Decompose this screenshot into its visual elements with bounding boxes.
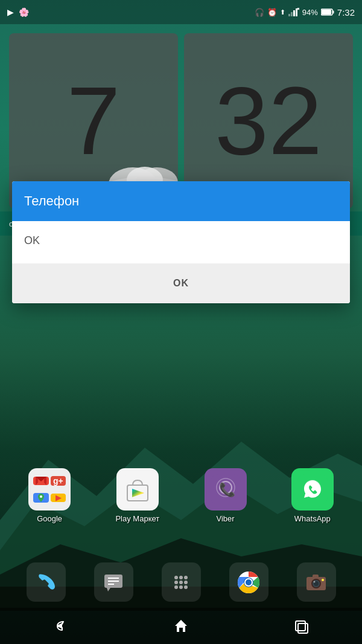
svg-rect-4	[288, 14, 290, 16]
app-icons-row: g+ ▶ Google	[0, 468, 362, 523]
alarm-icon: ⏰	[267, 8, 277, 17]
svg-rect-62	[298, 623, 308, 633]
play-market-icon	[116, 468, 159, 510]
svg-point-44	[179, 581, 183, 584]
svg-rect-61	[296, 621, 305, 631]
svg-rect-7	[296, 8, 297, 16]
dock-bar	[0, 556, 362, 608]
google-label: Google	[37, 514, 62, 523]
svg-point-52	[246, 579, 252, 585]
svg-point-40	[174, 576, 178, 579]
dock-camera[interactable]	[297, 562, 336, 602]
svg-point-47	[179, 585, 183, 589]
svg-rect-58	[313, 575, 319, 578]
app-viber[interactable]: 📞 Viber	[205, 468, 247, 523]
svg-point-46	[174, 585, 178, 589]
svg-point-59	[322, 579, 324, 581]
svg-rect-5	[291, 12, 293, 16]
whatsapp-icon	[291, 468, 334, 510]
dock-apps[interactable]	[162, 562, 201, 602]
svg-rect-6	[293, 10, 295, 16]
play-icon: ▶	[7, 7, 14, 17]
whatsapp-label: WhatsApp	[294, 514, 331, 523]
viber-label: Viber	[217, 514, 235, 523]
dialog-content-text: OK	[24, 234, 40, 246]
dialog-actions: OK	[12, 263, 350, 303]
signal-icon	[288, 8, 299, 16]
svg-rect-11	[332, 11, 334, 14]
google-icon: g+ ▶	[28, 468, 71, 510]
status-right: 🎧 ⏰ ⬆ 94% 7:32	[255, 7, 355, 18]
dock-phone[interactable]	[27, 562, 66, 602]
battery-icon	[321, 8, 334, 16]
clock-minute: 32	[215, 72, 322, 169]
svg-point-57	[314, 581, 316, 582]
headphone-icon: 🎧	[255, 8, 264, 17]
dialog-title: Телефон	[24, 193, 79, 208]
app-play-market[interactable]: Play Маркет	[115, 468, 159, 523]
nav-back-button[interactable]	[45, 611, 75, 641]
clock-hour: 7	[67, 72, 121, 169]
dialog-box: Телефон OK OK	[12, 181, 350, 303]
viber-icon: 📞	[205, 468, 247, 510]
svg-marker-39	[107, 588, 110, 591]
dock-messages[interactable]	[94, 562, 133, 602]
svg-marker-60	[175, 620, 187, 632]
status-left: ▶ 🌸	[7, 7, 29, 17]
svg-point-45	[184, 581, 188, 584]
dialog-ok-button[interactable]: OK	[161, 273, 201, 294]
nav-recents-button[interactable]	[287, 611, 317, 641]
svg-point-42	[184, 576, 188, 579]
svg-point-43	[174, 581, 178, 584]
nav-bar	[0, 608, 362, 644]
battery-percent: 94%	[302, 8, 318, 17]
svg-point-41	[179, 576, 183, 579]
play-market-label: Play Маркет	[115, 514, 159, 523]
svg-rect-12	[322, 10, 331, 14]
app-google[interactable]: g+ ▶ Google	[28, 468, 71, 523]
status-time: 7:32	[337, 7, 355, 18]
sync-icon: ⬆	[280, 8, 285, 16]
htc-icon: 🌸	[19, 7, 29, 17]
svg-point-25	[40, 495, 42, 498]
svg-point-48	[184, 585, 188, 589]
dialog-title-bar: Телефон	[12, 181, 350, 221]
svg-text:📞: 📞	[219, 481, 236, 498]
dialog-content: OK	[12, 221, 350, 263]
app-whatsapp[interactable]: WhatsApp	[291, 468, 334, 523]
status-bar: ▶ 🌸 🎧 ⏰ ⬆ 94% 7:32	[0, 0, 362, 24]
dock-chrome[interactable]	[229, 562, 268, 602]
nav-home-button[interactable]	[166, 611, 196, 641]
